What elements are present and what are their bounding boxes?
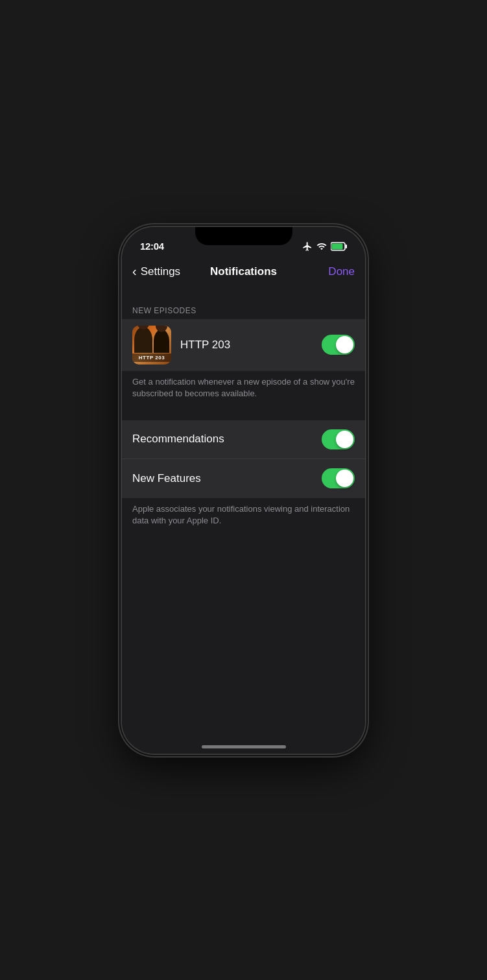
status-icons — [302, 241, 347, 252]
page-title: Notifications — [210, 265, 277, 278]
http203-toggle-knob — [336, 336, 353, 353]
http203-toggle[interactable] — [322, 335, 355, 355]
recommendations-toggle[interactable] — [322, 429, 355, 449]
home-indicator — [122, 732, 365, 754]
person-silhouette-1 — [134, 327, 152, 353]
top-gap — [122, 288, 365, 301]
new-features-toggle[interactable] — [322, 468, 355, 488]
new-episodes-footer: Get a notification whenever a new episod… — [122, 371, 365, 407]
new-features-label: New Features — [132, 472, 322, 485]
podcast-label: HTTP 203 — [132, 353, 171, 362]
new-episodes-header: NEW EPISODES — [122, 301, 365, 319]
done-button[interactable]: Done — [328, 265, 355, 278]
http203-label: HTTP 203 — [180, 339, 322, 352]
wifi-icon — [316, 241, 327, 252]
content-area: NEW EPISODES HTTP 203 HTTP 203 — [122, 288, 365, 732]
new-features-toggle-knob — [336, 470, 353, 487]
mid-gap — [122, 407, 365, 420]
recommendations-label: Recommendations — [132, 433, 322, 446]
new-features-row[interactable]: New Features — [122, 459, 365, 498]
recommendations-toggle-knob — [336, 431, 353, 448]
notch — [195, 227, 292, 245]
svg-rect-2 — [346, 245, 348, 248]
nav-bar: ‹ Settings Notifications Done — [122, 256, 365, 288]
podcast-thumbnail: HTTP 203 — [132, 326, 171, 365]
general-footer: Apple associates your notifications view… — [122, 498, 365, 534]
airplane-icon — [302, 241, 313, 252]
person-silhouette-2 — [154, 329, 169, 353]
http203-row[interactable]: HTTP 203 HTTP 203 — [122, 319, 365, 371]
svg-rect-1 — [332, 243, 343, 249]
recommendations-row[interactable]: Recommendations — [122, 420, 365, 459]
podcast-thumb-bg: HTTP 203 — [132, 326, 171, 365]
home-bar — [202, 745, 286, 748]
general-section: Recommendations New Features — [122, 420, 365, 498]
back-chevron-icon: ‹ — [132, 264, 137, 279]
screen: 12:04 ‹ Set — [122, 227, 365, 754]
podcast-people — [132, 326, 171, 353]
back-button[interactable]: ‹ Settings — [132, 264, 180, 279]
status-time: 12:04 — [140, 241, 164, 252]
new-episodes-section: HTTP 203 HTTP 203 — [122, 319, 365, 371]
battery-icon — [331, 242, 347, 251]
back-label: Settings — [141, 265, 180, 278]
phone-frame: 12:04 ‹ Set — [122, 227, 365, 754]
